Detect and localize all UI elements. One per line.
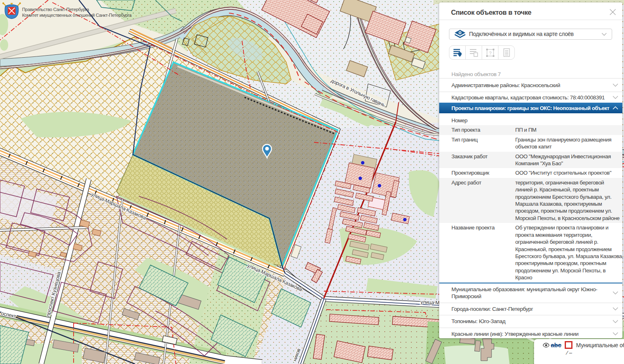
svg-text:?: ? [489, 50, 491, 55]
svg-text:Комитет имущественных отношени: Комитет имущественных отношений Санкт-Пе… [22, 13, 132, 18]
svg-text:Правительство Санкт-Петербурга: Правительство Санкт-Петербурга [22, 7, 90, 12]
